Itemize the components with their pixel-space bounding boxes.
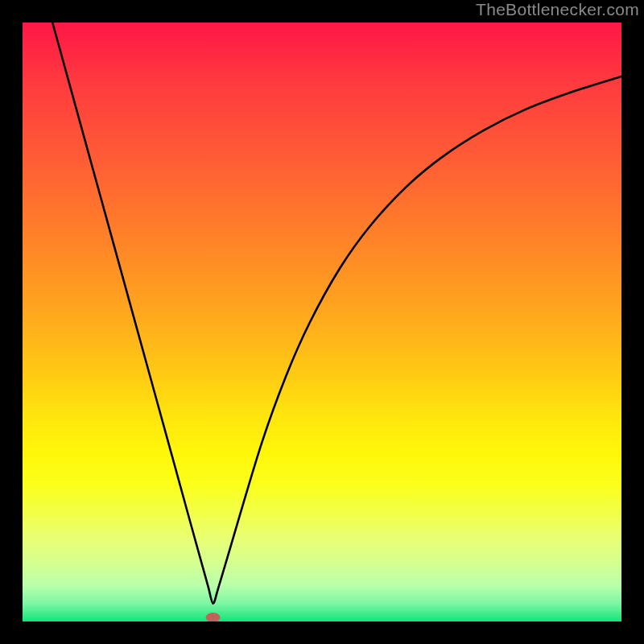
plot-area — [23, 23, 621, 621]
chart-svg — [23, 23, 621, 621]
bottleneck-curve — [52, 23, 621, 604]
watermark-label: TheBottlenecker.com — [476, 0, 639, 19]
chart-stage: TheBottlenecker.com — [0, 0, 644, 644]
optimal-point-marker — [206, 613, 221, 621]
